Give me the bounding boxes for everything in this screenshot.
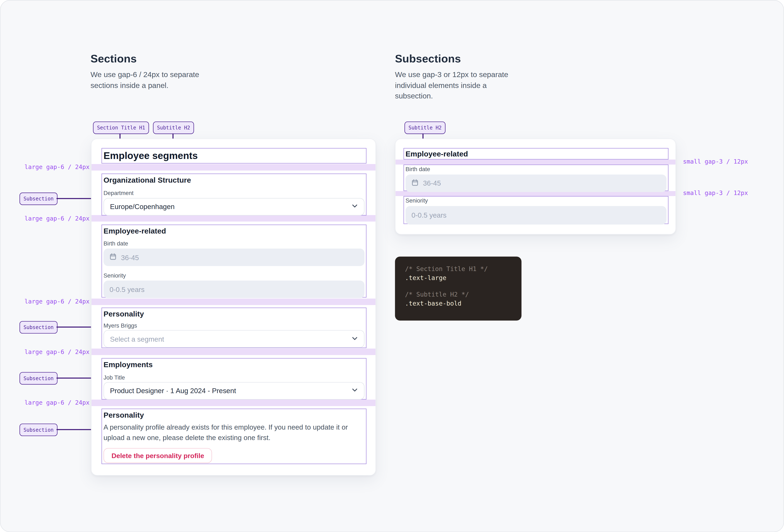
gap-annotation: small gap-3 / 12px (683, 158, 748, 165)
panel-title: Employee segments (104, 150, 198, 162)
gap-band (91, 399, 375, 406)
tag-section-title-h1: Section Title H1 (93, 121, 149, 134)
birth-date-input[interactable]: 36-45 (104, 249, 364, 266)
tag-subsection: Subsection (20, 372, 58, 384)
input-placeholder: 0-0.5 years (412, 211, 446, 219)
subsections-heading: Subsections (395, 53, 461, 65)
seniority-input[interactable]: 0-0.5 years (405, 206, 666, 224)
tag-subsection: Subsection (20, 423, 58, 436)
css-code-block: /* Section Title H1 */ .text-large /* Su… (395, 257, 522, 321)
input-placeholder: 36-45 (423, 179, 441, 187)
gap-annotation: large gap-6 / 24px (25, 214, 89, 222)
code-comment: /* Section Title H1 */ (405, 264, 511, 273)
job-title-select[interactable]: Product Designer · 1 Aug 2024 - Present (104, 382, 364, 399)
panel-subtitle-box: Employee-related (403, 148, 668, 160)
panel-title-box: Employee segments (102, 148, 366, 164)
calendar-icon (110, 253, 116, 261)
section-personality-profile: Personality A personality profile alread… (102, 409, 366, 464)
chevron-down-icon (352, 386, 358, 395)
code-class-name: .text-base-bold (405, 299, 511, 308)
viewport: Sections We use gap-6 / 24px to separate… (0, 0, 784, 532)
gap-band (91, 348, 375, 355)
code-spacer (405, 282, 511, 290)
gap-annotation: small gap-3 / 12px (683, 189, 748, 197)
panel-subtitle: Employee-related (405, 149, 468, 158)
gap-annotation: large gap-6 / 24px (25, 399, 89, 407)
tag-subtitle-h2-right: Subtitle H2 (404, 121, 446, 134)
birth-date-input[interactable]: 36-45 (405, 174, 666, 192)
delete-personality-button[interactable]: Delete the personality profile (104, 448, 212, 463)
field-label: Seniority (405, 197, 666, 205)
select-value: Product Designer · 1 Aug 2024 - Present (110, 387, 236, 395)
section-title: Employee-related (104, 226, 364, 236)
section-title: Personality (104, 410, 364, 420)
input-placeholder: 0-0.5 years (110, 285, 144, 293)
field-label: Job Title (104, 374, 364, 382)
input-placeholder: 36-45 (121, 253, 139, 261)
section-organizational-structure: Organizational Structure Department Euro… (102, 173, 366, 215)
field-label: Birth date (104, 240, 364, 248)
chevron-down-icon (352, 334, 358, 343)
section-employee-related: Employee-related Birth date 36-45 Senior… (102, 225, 366, 298)
subsections-description: We use gap-3 or 12px to separate individ… (395, 69, 521, 101)
myers-briggs-select[interactable]: Select a segment (104, 330, 364, 348)
gap-annotation: large gap-6 / 24px (25, 163, 89, 171)
code-comment: /* Subtitle H2 */ (405, 290, 511, 299)
tag-subsection: Subsection (20, 192, 58, 205)
employee-segments-panel: Employee segments Organizational Structu… (91, 138, 376, 475)
field-label: Department (104, 189, 364, 197)
tag-subsection: Subsection (20, 321, 58, 333)
subsections-example-panel: Employee-related Birth date 36-45 Senior… (395, 138, 676, 234)
seniority-input[interactable]: 0-0.5 years (104, 280, 364, 298)
calendar-icon (412, 179, 418, 188)
section-title: Organizational Structure (104, 174, 364, 185)
gap-band (91, 215, 375, 222)
field-label: Birth date (405, 165, 666, 173)
select-placeholder: Select a segment (110, 335, 164, 343)
field-label: Myers Briggs (104, 322, 364, 330)
section-personality: Personality Myers Briggs Select a segmen… (102, 307, 366, 348)
section-employments: Employments Job Title Product Designer ·… (102, 358, 366, 399)
sections-heading: Sections (90, 53, 137, 65)
gap-annotation: large gap-6 / 24px (25, 348, 89, 356)
gap-band (91, 298, 375, 305)
gap-band (91, 164, 375, 170)
section-title: Employments (104, 359, 364, 369)
section-title: Personality (104, 309, 364, 319)
design-spec-page: Sections We use gap-6 / 24px to separate… (0, 0, 784, 532)
department-select[interactable]: Europe/Copenhagen (104, 198, 364, 215)
tag-subtitle-h2-left: Subtitle H2 (153, 121, 194, 134)
section-body-text: A personality profile already exists for… (104, 422, 364, 443)
gap-band (396, 160, 675, 165)
select-value: Europe/Copenhagen (110, 202, 175, 211)
subsection-birth-date: Birth date 36-45 (403, 165, 668, 191)
gap-annotation: large gap-6 / 24px (25, 298, 89, 306)
chevron-down-icon (352, 202, 358, 211)
code-class-name: .text-large (405, 273, 511, 282)
sections-description: We use gap-6 / 24px to separate sections… (90, 69, 217, 91)
field-label: Seniority (104, 272, 364, 280)
subsection-seniority: Seniority 0-0.5 years (403, 196, 668, 224)
